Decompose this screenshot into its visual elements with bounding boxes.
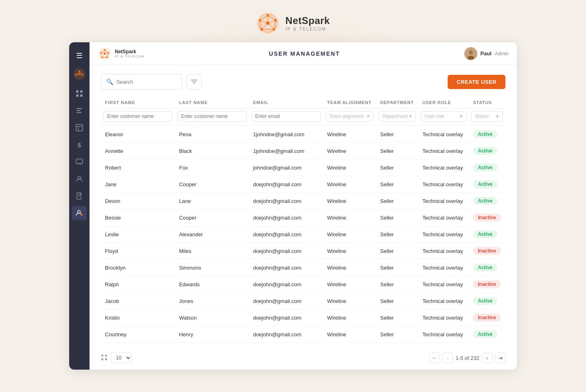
prev-page-button[interactable]: ‹	[442, 353, 453, 363]
cell-role: Technical overlay	[418, 176, 469, 193]
table-row[interactable]: Brooklyn Simmons doejohn@gmail.com Wirel…	[101, 259, 505, 276]
sidebar-item-billing[interactable]: $	[72, 137, 87, 152]
svg-rect-67	[105, 358, 107, 360]
cell-first-name: Bessie	[101, 209, 175, 226]
toolbar: 🔍 CREATE USER	[101, 74, 505, 89]
cell-email: doejohn@gmail.com	[249, 259, 323, 276]
filter-dept-select[interactable]: Department Seller	[378, 111, 416, 122]
cell-dept: Seller	[376, 209, 418, 226]
table-row[interactable]: Leslie Alexander doejohn@gmail.com Wirel…	[101, 226, 505, 243]
filter-role: User role Technical overlay ▼	[418, 109, 469, 126]
cell-last-name: Henry	[175, 326, 249, 343]
sidebar-item-messages[interactable]	[72, 155, 87, 169]
col-department: DEPARTMENT	[376, 97, 418, 109]
table-row[interactable]: Kristin Watson doejohn@gmail.com Wirelin…	[101, 309, 505, 326]
table-row[interactable]: Eleanor Pena 1johndoe@gmail.com Wireline…	[101, 126, 505, 143]
table-row[interactable]: Robert Fox johndoe@gmail.com Wireline Se…	[101, 159, 505, 176]
sidebar-item-add-user[interactable]	[72, 206, 87, 220]
cell-role: Technical overlay	[418, 259, 469, 276]
user-menu[interactable]: Paul Admin	[464, 47, 509, 60]
cell-dept: Seller	[376, 159, 418, 176]
table-row[interactable]: Ralph Edwards doejohn@gmail.com Wireline…	[101, 276, 505, 293]
status-badge: Active	[473, 297, 497, 305]
table-row[interactable]: Jacob Jones doejohn@gmail.com Wireline S…	[101, 293, 505, 309]
cell-last-name: Miles	[175, 243, 249, 259]
cell-first-name: Devon	[101, 193, 175, 209]
status-badge: Active	[473, 147, 497, 155]
filter-first-name-input[interactable]	[103, 111, 173, 122]
cell-email: 1johndoe@gmail.com	[249, 126, 323, 143]
svg-rect-32	[77, 110, 81, 111]
filter-team-select[interactable]: Team alignment Wireline	[326, 111, 374, 122]
app-window: ☰ $	[69, 42, 517, 370]
status-badge: Inactive	[473, 280, 501, 288]
cell-team: Wireline	[323, 143, 376, 159]
app-name: NetSpark	[285, 15, 330, 26]
netspark-logo-icon	[256, 11, 280, 35]
table-row[interactable]: Floyd Miles doejohn@gmail.com Wireline S…	[101, 243, 505, 259]
cell-first-name: Kristin	[101, 309, 175, 326]
table-row[interactable]: Bessie Cooper doejohn@gmail.com Wireline…	[101, 209, 505, 226]
cell-email: doejohn@gmail.com	[249, 176, 323, 193]
status-badge: Inactive	[473, 247, 501, 255]
table-row[interactable]: Jane Cooper doejohn@gmail.com Wireline S…	[101, 176, 505, 193]
sidebar: ☰ $	[69, 42, 90, 370]
cell-last-name: Edwards	[175, 276, 249, 293]
cell-role: Technical overlay	[418, 276, 469, 293]
status-badge: Inactive	[473, 213, 501, 222]
cell-role: Technical overlay	[418, 126, 469, 143]
filter-last-name-input[interactable]	[177, 111, 247, 122]
logo-text-block: NetSpark IP & TELECOM	[285, 15, 330, 31]
last-page-button[interactable]: ⇥	[495, 353, 505, 363]
status-badge: Active	[473, 264, 497, 272]
col-first-name: FIRST NAME	[101, 97, 175, 109]
table-row[interactable]: Devon Lane doejohn@gmail.com Wireline Se…	[101, 193, 505, 209]
svg-rect-61	[191, 80, 197, 81]
cell-team: Wireline	[323, 309, 376, 326]
svg-rect-37	[76, 159, 83, 163]
cell-email: doejohn@gmail.com	[249, 326, 323, 343]
menu-icon[interactable]: ☰	[74, 49, 85, 63]
svg-rect-62	[192, 81, 196, 82]
cell-team: Wireline	[323, 259, 376, 276]
cell-role: Technical overlay	[418, 243, 469, 259]
cell-last-name: Pena	[175, 126, 249, 143]
header-brand-name: NetSpark	[115, 49, 145, 54]
cell-dept: Seller	[376, 126, 418, 143]
cell-email: doejohn@gmail.com	[249, 193, 323, 209]
grid-view-icon[interactable]	[101, 354, 107, 362]
page-title: USER MANAGEMENT	[150, 50, 459, 57]
filter-first-name	[101, 109, 175, 126]
sidebar-item-users[interactable]	[72, 172, 87, 186]
search-input[interactable]	[116, 79, 177, 85]
cell-status: Active	[469, 126, 505, 143]
svg-rect-63	[193, 83, 195, 84]
sidebar-item-documents[interactable]	[72, 189, 87, 203]
top-logo-area: NetSpark IP & TELECOM	[256, 0, 330, 42]
first-page-button[interactable]: ⇤	[429, 353, 440, 363]
status-badge: Inactive	[473, 314, 501, 322]
table-row[interactable]: Courtney Henry doejohn@gmail.com Wirelin…	[101, 326, 505, 343]
sidebar-item-table[interactable]	[72, 120, 87, 135]
body-area: 🔍 CREATE USER FIRST NAME LAST NAME	[90, 65, 517, 370]
table-row[interactable]: Annette Black 1johndoe@gmail.com Wirelin…	[101, 143, 505, 159]
sidebar-item-dashboard[interactable]	[72, 86, 87, 101]
cell-email: doejohn@gmail.com	[249, 226, 323, 243]
cell-role: Technical overlay	[418, 293, 469, 309]
cell-status: Inactive	[469, 276, 505, 293]
filter-role-select[interactable]: User role Technical overlay	[421, 111, 466, 122]
pagination-right: ⇤ ‹ 1-5 of 232 › ⇥	[429, 353, 505, 363]
filter-email-input[interactable]	[251, 111, 321, 122]
status-badge: Active	[473, 230, 497, 238]
svg-rect-64	[101, 355, 103, 357]
next-page-button[interactable]: ›	[482, 353, 492, 363]
cell-status: Active	[469, 159, 505, 176]
filter-status-select[interactable]: Status Active Inactive	[471, 111, 503, 122]
filter-button[interactable]	[186, 74, 202, 89]
cell-dept: Seller	[376, 259, 418, 276]
sidebar-item-reports[interactable]	[72, 103, 87, 118]
per-page-select[interactable]: 10 25 50	[111, 353, 132, 363]
svg-rect-29	[76, 94, 79, 97]
create-user-button[interactable]: CREATE USER	[448, 75, 505, 89]
cell-team: Wireline	[323, 193, 376, 209]
